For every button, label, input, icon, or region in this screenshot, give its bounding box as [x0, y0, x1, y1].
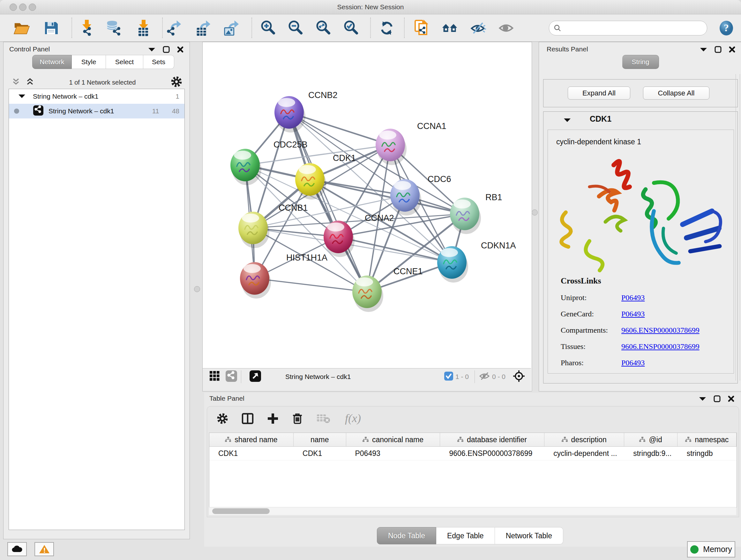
table-cell[interactable]: CDK1	[209, 447, 293, 460]
node-table[interactable]: shared namenamecanonical namedatabase id…	[209, 433, 737, 507]
panel-menu-icon[interactable]	[148, 47, 156, 52]
tab-style[interactable]: Style	[72, 55, 106, 69]
panel-menu-icon[interactable]	[699, 47, 708, 52]
column-header-name[interactable]: name	[293, 433, 346, 446]
refresh-layout-icon[interactable]	[379, 20, 395, 36]
table-horizontal-scrollbar[interactable]	[209, 507, 736, 515]
export-network-icon[interactable]	[165, 20, 182, 36]
network-collection-row[interactable]: String Network – cdk1 1	[9, 89, 185, 104]
memory-button[interactable]: Memory	[687, 541, 735, 557]
expand-all-networks-icon[interactable]	[26, 78, 34, 87]
export-image-icon[interactable]	[223, 20, 239, 36]
show-all-icon[interactable]	[498, 20, 515, 36]
tab-select[interactable]: Select	[106, 55, 143, 69]
crosslink-link[interactable]: P06493	[621, 310, 645, 318]
protein-section-expand-icon[interactable]	[563, 118, 571, 124]
selected-nodes-checkbox-icon[interactable]	[444, 371, 454, 382]
network-node-HIST1H1A[interactable]	[240, 262, 271, 299]
tab-string[interactable]: String	[622, 55, 659, 69]
help-icon[interactable]: ?	[718, 20, 735, 36]
panel-menu-icon[interactable]	[698, 396, 706, 401]
tab-network[interactable]: Network	[32, 55, 72, 69]
tab-edge-table[interactable]: Edge Table	[436, 527, 495, 544]
panel-float-icon[interactable]	[714, 395, 721, 402]
hidden-elements-icon[interactable]	[479, 371, 490, 382]
clone-network-icon[interactable]	[414, 20, 430, 36]
tab-sets[interactable]: Sets	[143, 55, 174, 69]
expand-all-button[interactable]: Expand All	[568, 86, 630, 100]
crosslink-link[interactable]: P06493	[621, 359, 645, 367]
column-header-description[interactable]: description	[544, 433, 624, 446]
network-canvas[interactable]: CCNB2CCNA1CDC25BCDK1CDC6RB1CCNB1CCNA2CDK…	[203, 42, 531, 368]
column-header-canonical-name[interactable]: canonical name	[346, 433, 441, 446]
right-splitter-handle[interactable]	[532, 209, 538, 215]
search-field[interactable]	[549, 21, 707, 36]
table-options-gear-icon[interactable]	[217, 413, 228, 426]
column-header-namespac[interactable]: namespac	[677, 433, 737, 446]
fit-selected-crosshair-icon[interactable]	[513, 370, 525, 384]
table-cell[interactable]: CDK1	[293, 447, 346, 460]
zoom-in-icon[interactable]	[260, 20, 276, 36]
warning-status-button[interactable]	[35, 542, 54, 556]
import-table-icon[interactable]	[134, 20, 151, 36]
network-node-CDK1[interactable]	[295, 163, 326, 199]
panel-close-icon[interactable]	[729, 46, 736, 53]
crosslink-link[interactable]: 9606.ENSP00000378699	[621, 326, 699, 334]
table-row[interactable]: CDK1CDK1P064939606.ENSP00000378699cyclin…	[209, 447, 737, 460]
open-session-icon[interactable]	[13, 20, 30, 36]
network-node-CDKN1A[interactable]	[437, 246, 468, 283]
network-node-CCNA1[interactable]	[376, 129, 407, 165]
network-overview-icon[interactable]	[226, 370, 237, 383]
collection-expand-icon[interactable]	[18, 92, 26, 100]
zoom-fit-icon[interactable]	[315, 20, 332, 36]
panel-float-icon[interactable]	[715, 46, 722, 53]
add-column-icon[interactable]	[267, 413, 279, 426]
table-cell[interactable]: stringdb	[678, 447, 737, 460]
network-node-CCNB2[interactable]	[274, 96, 306, 132]
export-table-icon[interactable]	[194, 20, 211, 36]
cloud-status-button[interactable]	[7, 542, 27, 556]
show-grid-icon[interactable]	[210, 371, 220, 382]
birdseye-toggle-icon[interactable]	[250, 370, 261, 383]
network-row[interactable]: String Network – cdk1 11 48	[9, 104, 185, 118]
tab-node-table[interactable]: Node Table	[377, 527, 436, 544]
delete-column-icon[interactable]	[292, 413, 303, 426]
show-columns-icon[interactable]	[242, 413, 254, 426]
network-view-panel[interactable]: CCNB2CCNA1CDC25BCDK1CDC6RB1CCNB1CCNA2CDK…	[202, 42, 532, 391]
zoom-selected-icon[interactable]	[343, 20, 359, 36]
first-neighbors-icon[interactable]	[442, 20, 458, 36]
save-session-icon[interactable]	[43, 20, 59, 36]
table-cell[interactable]: stringdb:9...	[624, 447, 677, 460]
search-input[interactable]	[564, 22, 702, 34]
zoom-out-icon[interactable]	[287, 20, 304, 36]
table-container: f(x) shared namenamecanonical namedataba…	[207, 406, 739, 517]
panel-float-icon[interactable]	[163, 46, 170, 53]
network-edge-CDK1-RB1[interactable]	[310, 179, 465, 214]
network-node-CCNE1[interactable]	[352, 275, 383, 312]
column-header-shared-name[interactable]: shared name	[209, 433, 293, 446]
network-node-RB1[interactable]	[450, 198, 481, 234]
table-cell[interactable]: 9606.ENSP00000378699	[440, 447, 544, 460]
panel-close-icon[interactable]	[728, 395, 735, 402]
network-edge-HIST1H1A-CCNE1[interactable]	[255, 278, 367, 292]
results-scrollbar[interactable]	[736, 74, 740, 381]
column-header-@id[interactable]: @id	[624, 433, 678, 446]
column-header-database-identifier[interactable]: database identifier	[440, 433, 544, 446]
crosslink-link[interactable]: P06493	[621, 294, 645, 302]
import-network-icon[interactable]	[78, 20, 94, 36]
network-node-CDC25B[interactable]	[230, 149, 261, 185]
network-edge-CCNB2-CCNE1[interactable]	[289, 112, 367, 292]
table-cell[interactable]: P06493	[346, 447, 440, 460]
crosslink-link[interactable]: 9606.ENSP00000378699	[621, 342, 699, 351]
hide-selection-icon[interactable]	[470, 20, 486, 36]
table-cell[interactable]: cyclin-dependent ...	[544, 447, 624, 460]
collapse-all-button[interactable]: Collapse All	[643, 86, 710, 100]
tab-network-table[interactable]: Network Table	[495, 527, 563, 544]
network-options-gear-icon[interactable]	[171, 76, 182, 89]
collapse-all-networks-icon[interactable]	[12, 78, 20, 87]
network-edge-CCNA2-CDKN1A[interactable]	[338, 237, 452, 262]
scrollbar-thumb[interactable]	[212, 508, 270, 514]
panel-close-icon[interactable]	[177, 46, 184, 53]
left-splitter-handle[interactable]	[194, 286, 200, 292]
import-database-icon[interactable]	[105, 20, 122, 36]
